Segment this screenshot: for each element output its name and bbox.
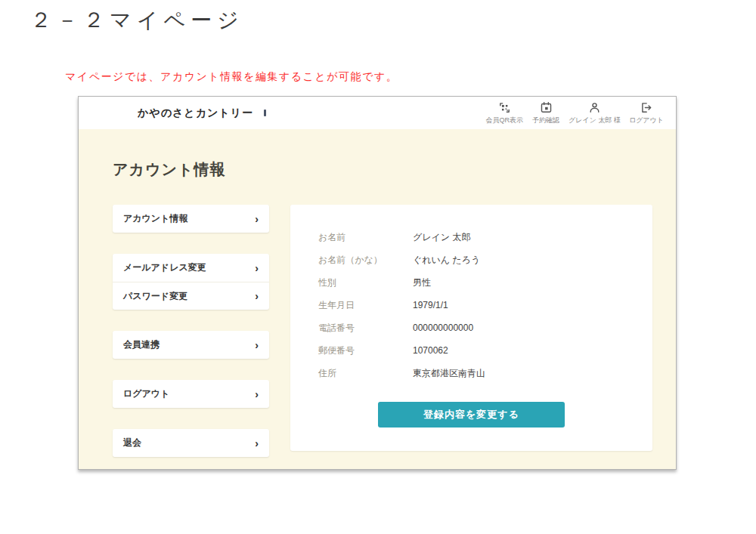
field-label: 性別 — [318, 276, 413, 289]
nav-label: グレイン 太郎 様 — [569, 116, 621, 125]
field-label: 生年月日 — [318, 299, 413, 312]
sidebar-item-change-email[interactable]: メールアドレス変更 › — [113, 254, 269, 282]
sidebar-card: 会員連携 › — [113, 331, 269, 359]
sidebar-item-label: パスワード変更 — [123, 290, 187, 303]
logo-separator-mark — [264, 110, 266, 116]
field-row-postal-code: 郵便番号 1070062 — [318, 339, 652, 362]
field-value: ぐれいん たろう — [413, 254, 480, 267]
chevron-right-icon: › — [255, 389, 259, 400]
sidebar-item-account-info[interactable]: アカウント情報 › — [113, 205, 269, 233]
sidebar-card: メールアドレス変更 › パスワード変更 › — [113, 254, 269, 310]
sidebar-item-label: 会員連携 — [123, 338, 160, 351]
account-info-heading: アカウント情報 — [113, 159, 676, 180]
sidebar-item-label: アカウント情報 — [123, 212, 187, 225]
sidebar: アカウント情報 › メールアドレス変更 › パスワード変更 › — [113, 205, 269, 478]
sidebar-card: アカウント情報 › — [113, 205, 269, 233]
sidebar-item-label: ログアウト — [123, 387, 169, 400]
page-description: マイページでは、アカウント情報を編集することが可能です。 — [65, 70, 398, 84]
change-registration-button[interactable]: 登録内容を変更する — [378, 402, 565, 428]
app-body: アカウント情報 アカウント情報 › メールアドレス変更 › パスワード変更 — [79, 129, 676, 469]
user-icon — [588, 101, 601, 114]
chevron-right-icon: › — [255, 291, 259, 301]
field-value: 1070062 — [413, 345, 448, 356]
field-label: お名前（かな） — [318, 254, 413, 267]
field-value: 000000000000 — [413, 323, 473, 333]
field-label: 郵便番号 — [318, 344, 413, 357]
field-row-name: お名前 グレイン 太郎 — [318, 226, 652, 248]
field-row-address: 住所 東京都港区南青山 — [318, 362, 652, 384]
nav-label: 会員QR表示 — [486, 116, 524, 125]
field-value: 男性 — [413, 276, 431, 289]
sidebar-item-label: 退会 — [123, 437, 141, 449]
sidebar-item-withdraw[interactable]: 退会 › — [113, 429, 269, 457]
field-row-phone: 電話番号 000000000000 — [318, 316, 652, 339]
page-title: ２－２マイページ — [30, 6, 244, 35]
chevron-right-icon: › — [255, 438, 259, 449]
account-detail-panel: お名前 グレイン 太郎 お名前（かな） ぐれいん たろう 性別 男性 生年月日 … — [290, 205, 652, 451]
sidebar-item-member-link[interactable]: 会員連携 › — [113, 331, 269, 359]
nav-label: 予約確認 — [532, 116, 559, 125]
field-row-gender: 性別 男性 — [318, 271, 652, 294]
app-header: かやのさとカントリー 会員QR表示 — [79, 97, 676, 129]
sidebar-item-label: メールアドレス変更 — [123, 261, 206, 274]
site-logo[interactable]: かやのさとカントリー — [138, 106, 253, 120]
nav-reservation-check[interactable]: 予約確認 — [531, 101, 560, 125]
sidebar-item-change-password[interactable]: パスワード変更 › — [113, 282, 269, 310]
field-label: 電話番号 — [318, 322, 413, 335]
field-value: グレイン 太郎 — [413, 231, 470, 244]
field-label: 住所 — [318, 367, 413, 380]
field-value: 東京都港区南青山 — [413, 367, 485, 380]
chevron-right-icon: › — [255, 340, 259, 350]
chevron-right-icon: › — [255, 214, 259, 224]
sidebar-card: 退会 › — [113, 429, 269, 457]
logout-icon — [640, 101, 652, 114]
app-screenshot-frame: かやのさとカントリー 会員QR表示 — [78, 96, 677, 470]
nav-logout[interactable]: ログアウト — [629, 101, 664, 125]
nav-member-qr[interactable]: 会員QR表示 — [486, 101, 524, 125]
nav-user-account[interactable]: グレイン 太郎 様 — [569, 101, 621, 125]
sidebar-item-logout[interactable]: ログアウト › — [113, 380, 269, 408]
calendar-icon — [540, 101, 553, 114]
field-label: お名前 — [318, 231, 413, 244]
nav-label: ログアウト — [629, 116, 664, 125]
header-nav: 会員QR表示 予約確認 — [486, 101, 676, 125]
qr-code-icon — [498, 101, 511, 114]
field-row-name-kana: お名前（かな） ぐれいん たろう — [318, 248, 652, 271]
sidebar-card: ログアウト › — [113, 380, 269, 408]
chevron-right-icon: › — [255, 263, 259, 273]
field-value: 1979/1/1 — [413, 300, 448, 310]
field-row-birthdate: 生年月日 1979/1/1 — [318, 294, 652, 316]
